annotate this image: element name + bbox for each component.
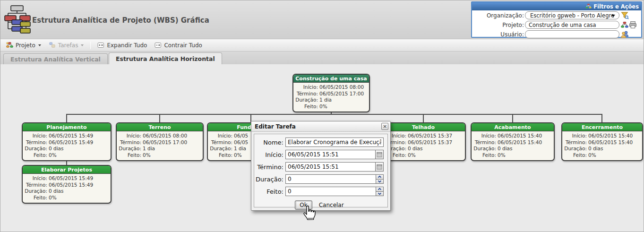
hand-cursor-icon [302,204,316,220]
mini-wbs-icon [585,3,592,9]
spinner-down-icon[interactable] [376,180,384,184]
inicio-row: Início: [255,148,386,161]
header: Estrutura Analítica de Projeto (WBS) Grá… [0,0,644,39]
dialog-titlebar[interactable]: Editar Tarefa × [251,121,390,132]
projeto-row: Projeto: [472,20,641,29]
collapse-all-icon [155,42,162,49]
connector-horizontal [66,114,602,115]
wbs-node-elaborar-projetos[interactable]: Elaborar Projetos Início:06/05/2015 15:4… [22,165,112,204]
calendar-icon[interactable] [375,150,384,159]
duracao-stepper [376,174,384,184]
spinner-up-icon[interactable] [376,174,384,180]
filter-icon[interactable] [621,11,629,19]
organizacao-selected-value: Escritório gpweb - Porto Alegre [530,12,614,19]
feito-label: Feito: [255,188,285,195]
chevron-down-icon [81,44,84,46]
tarefas-menu-button: Tarefas [46,41,87,50]
organizacao-label: Organização: [472,12,525,19]
wbs-node-root[interactable]: Construção de uma casa Início:06/05/2015… [292,74,370,112]
wbs-node-telhado[interactable]: Telhado Início:06/05/2015 15:37 Término:… [381,122,466,161]
tab-bar: Estrutura Analítica Vertical Estrutura A… [0,52,644,64]
projeto-input[interactable] [525,21,619,29]
projeto-menu-icon [6,42,13,49]
usuario-label: Usuário: [472,31,525,38]
wbs-app-window: Estrutura Analítica de Projeto (WBS) Grá… [0,0,644,232]
printer-icon[interactable] [629,21,637,29]
wbs-node-terreno[interactable]: Terreno Início:06/05/2015 08:00 Término:… [116,122,204,161]
nome-row: Nome: [255,136,386,148]
nome-input[interactable] [285,137,384,147]
duracao-row: Duração: [255,173,386,185]
wbs-chart-icon[interactable] [621,21,628,29]
inicio-label: Início: [255,151,285,158]
feito-input[interactable] [285,187,376,196]
projeto-label: Projeto: [472,22,525,28]
filters-panel-title: Filtros e Ações [593,3,639,10]
tarefas-menu-label: Tarefas [58,42,78,49]
wbs-node-planejamento[interactable]: Planejamento Início:06/05/2015 15:49 Tér… [22,122,112,161]
termino-label: Término: [255,163,285,171]
inicio-input[interactable] [285,150,375,159]
filters-panel-header: Filtros e Ações [472,2,641,10]
wbs-node-encerramento[interactable]: Encerramento Início:06/05/2015 15:40 Tér… [561,122,643,161]
cancelar-button[interactable]: Cancelar [317,201,346,209]
dialog-buttons: Ok Cancelar [255,200,386,210]
connector-stub [423,114,424,122]
tab-estrutura-horizontal[interactable]: Estrutura Analítica Horizontal [109,52,222,64]
page-title: Estrutura Analítica de Projeto (WBS) Grá… [32,16,209,25]
duracao-input[interactable] [285,174,376,184]
tab-estrutura-vertical[interactable]: Estrutura Analítica Vertical [3,53,108,64]
connector-stub [66,114,67,122]
expandir-tudo-label: Expandir Tudo [107,42,147,49]
chevron-down-icon [38,44,41,46]
editar-tarefa-dialog: Editar Tarefa × Nome: Início: [251,121,391,211]
projeto-menu-button[interactable]: Projeto [3,41,44,50]
contrair-tudo-button[interactable]: Contrair Tudo [152,41,205,50]
dialog-title: Editar Tarefa [255,123,381,130]
usuario-row: Usuário: [472,30,641,39]
contrair-tudo-label: Contrair Tudo [164,42,202,49]
calendar-icon[interactable] [375,162,384,172]
users-icon[interactable] [621,30,629,38]
wbs-canvas: Construção de uma casa Início:06/05/2015… [0,64,644,232]
connector-stub [159,114,160,122]
feito-stepper [376,187,384,196]
expandir-tudo-button[interactable]: Expandir Tudo [94,41,150,50]
wbs-node-acabamento[interactable]: Acabamento Início:06/05/2015 15:40 Térmi… [471,122,555,161]
wbs-logo-icon [4,4,31,34]
expand-all-icon [97,42,104,49]
usuario-input[interactable] [525,30,619,38]
termino-input[interactable] [285,162,375,172]
filters-panel: Filtros e Ações Organização: Escritório … [471,1,642,38]
tarefas-menu-icon [49,42,56,49]
termino-row: Término: [255,161,386,173]
spinner-up-icon[interactable] [376,187,384,192]
toolbar: Projeto Tarefas Expandir Tudo [0,39,644,52]
projeto-menu-label: Projeto [16,42,35,49]
dialog-body: Nome: Início: Término: [254,134,388,207]
feito-row: Feito: [255,185,386,198]
duracao-label: Duração: [255,176,285,183]
close-icon[interactable]: × [381,123,388,130]
nome-label: Nome: [255,139,285,146]
connector-stub [512,114,513,122]
toolbar-separator [90,42,91,49]
organizacao-select[interactable]: Escritório gpweb - Porto Alegre [525,11,619,19]
organizacao-row: Organização: Escritório gpweb - Porto Al… [472,11,641,20]
connector-stub [601,114,602,122]
spinner-down-icon[interactable] [376,192,384,197]
chevron-down-icon [611,15,615,17]
